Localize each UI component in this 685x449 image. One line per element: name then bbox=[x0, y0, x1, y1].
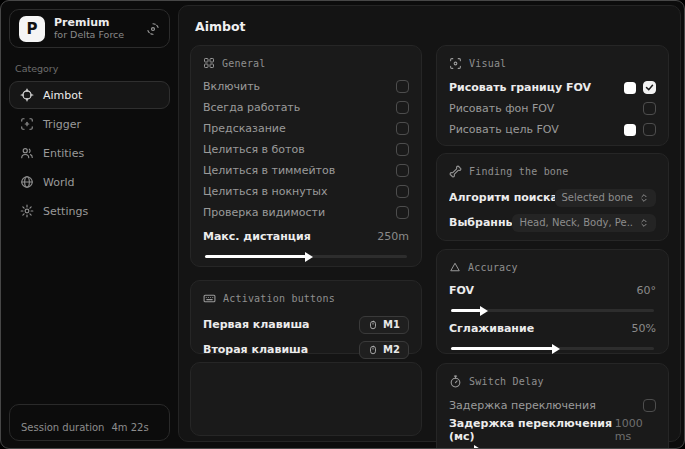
users-icon bbox=[20, 146, 34, 160]
checkbox[interactable] bbox=[396, 101, 409, 114]
setting-label: Включить bbox=[203, 80, 260, 93]
panel-header-label: Activation buttons bbox=[223, 293, 335, 304]
setting-label: Рисовать границу FOV bbox=[449, 81, 591, 94]
setting-row: Целиться в тиммейтов bbox=[203, 160, 409, 181]
general-panel: General Включить Всегда работать Предска… bbox=[190, 45, 422, 267]
setting-label: Целиться в ботов bbox=[203, 143, 305, 156]
sidebar-item-trigger[interactable]: Trigger bbox=[9, 110, 170, 138]
category-label: Category bbox=[15, 63, 164, 74]
bone-algorithm-select[interactable]: Selected bone bbox=[555, 189, 656, 207]
sidebar-item-entities[interactable]: Entities bbox=[9, 139, 170, 167]
chevrons-up-down-icon bbox=[639, 193, 649, 203]
slider-fill[interactable] bbox=[451, 309, 481, 312]
color-swatch[interactable] bbox=[624, 82, 636, 94]
setting-label: Рисовать фон FOV bbox=[449, 102, 554, 115]
activation-panel: Activation buttons Первая клавиша M1 Вто… bbox=[190, 280, 422, 354]
slider-value: 250m bbox=[377, 230, 409, 243]
brand-card: P Premium for Delta Force bbox=[9, 9, 170, 48]
page-title: Aimbot bbox=[195, 19, 664, 34]
sidebar-item-label: Trigger bbox=[43, 118, 81, 131]
checkbox[interactable] bbox=[396, 206, 409, 219]
trigger-icon bbox=[20, 117, 34, 131]
setting-label: Выбранные кос bbox=[449, 216, 512, 229]
sidebar-item-label: World bbox=[43, 176, 75, 189]
keybind-row: Первая клавиша M1 bbox=[203, 312, 409, 337]
slider-label: Сглаживание bbox=[449, 322, 534, 335]
sidebar-item-label: Settings bbox=[43, 205, 88, 218]
slider-track[interactable] bbox=[451, 347, 654, 350]
checkbox[interactable] bbox=[396, 164, 409, 177]
sync-icon[interactable] bbox=[146, 22, 160, 36]
mouse-icon bbox=[368, 320, 378, 330]
checkbox[interactable] bbox=[396, 122, 409, 135]
setting-label: Алгоритм поиска кост bbox=[449, 191, 555, 204]
slider-fill[interactable] bbox=[451, 347, 553, 350]
accuracy-panel: Accuracy FOV 60° Сглаживание bbox=[436, 249, 669, 354]
setting-row: Рисовать цель FOV bbox=[449, 119, 656, 140]
brand-title: Premium bbox=[54, 16, 124, 30]
color-swatch[interactable] bbox=[624, 124, 636, 136]
checkbox[interactable] bbox=[396, 80, 409, 93]
setting-label: Рисовать цель FOV bbox=[449, 123, 559, 136]
mouse-icon bbox=[368, 345, 378, 355]
selected-bones-row: Выбранные кос Head, Neck, Body, Pe.. bbox=[449, 210, 656, 235]
setting-row: Целиться в нокнутых bbox=[203, 181, 409, 202]
main-content: Aimbot General Включить bbox=[178, 5, 681, 442]
triangle-icon bbox=[449, 261, 461, 273]
sidebar-item-settings[interactable]: Settings bbox=[9, 197, 170, 225]
sidebar-item-aimbot[interactable]: Aimbot bbox=[9, 81, 170, 109]
brand-logo: P bbox=[19, 16, 45, 42]
visual-panel: Visual Рисовать границу FOV Рисовать фон… bbox=[436, 45, 669, 146]
bone-icon bbox=[449, 165, 462, 178]
keybind-value: M1 bbox=[383, 319, 400, 330]
setting-label: Целиться в нокнутых bbox=[203, 185, 327, 198]
smoothing-slider: Сглаживание 50% bbox=[449, 318, 656, 350]
session-value: 4m 22s bbox=[111, 422, 148, 433]
switch-delay-panel: Switch Delay Задержка переключения Задер… bbox=[436, 363, 669, 449]
slider-track[interactable] bbox=[205, 255, 407, 258]
selected-bones-select[interactable]: Head, Neck, Body, Pe.. bbox=[512, 214, 656, 232]
setting-label: Предсказание bbox=[203, 122, 286, 135]
eye-icon bbox=[449, 57, 462, 70]
empty-panel bbox=[190, 362, 422, 436]
setting-row: Задержка переключения bbox=[449, 395, 656, 416]
keyboard-icon bbox=[203, 292, 216, 305]
bone-algorithm-row: Алгоритм поиска кост Selected bone bbox=[449, 185, 656, 210]
max-distance-slider: Макс. дистанция 250m bbox=[203, 226, 409, 258]
select-value: Selected bone bbox=[562, 192, 633, 203]
slider-label: FOV bbox=[449, 284, 474, 297]
globe-icon bbox=[20, 175, 34, 189]
slider-fill[interactable] bbox=[205, 255, 306, 258]
setting-row: Всегда работать bbox=[203, 97, 409, 118]
switch-delay-slider: Задержка переключения (мс) 1000 ms bbox=[449, 419, 656, 449]
setting-label: Целиться в тиммейтов bbox=[203, 164, 335, 177]
session-card: Session duration 4m 22s bbox=[9, 404, 170, 441]
setting-label: Всегда работать bbox=[203, 101, 300, 114]
panel-header-label: Accuracy bbox=[468, 262, 518, 273]
fov-slider: FOV 60° bbox=[449, 280, 656, 312]
panel-header-label: Finding the bone bbox=[469, 166, 569, 177]
panel-header-label: General bbox=[222, 58, 266, 69]
slider-label: Задержка переключения (мс) bbox=[449, 417, 615, 443]
crosshair-icon bbox=[20, 88, 34, 102]
sidebar-item-label: Aimbot bbox=[43, 89, 82, 102]
setting-label: Проверка видимости bbox=[203, 206, 325, 219]
sidebar-item-label: Entities bbox=[43, 147, 84, 160]
brand-subtitle: for Delta Force bbox=[54, 29, 124, 41]
slider-track[interactable] bbox=[451, 309, 654, 312]
slider-label: Макс. дистанция bbox=[203, 230, 311, 243]
keybind-button[interactable]: M1 bbox=[359, 316, 409, 334]
sidebar-item-world[interactable]: World bbox=[9, 168, 170, 196]
checkbox[interactable] bbox=[643, 102, 656, 115]
checkbox[interactable] bbox=[396, 143, 409, 156]
checkbox[interactable] bbox=[643, 123, 656, 136]
session-label: Session duration bbox=[21, 422, 104, 433]
checkbox[interactable] bbox=[643, 399, 656, 412]
checkbox[interactable] bbox=[396, 185, 409, 198]
panel-header-label: Switch Delay bbox=[469, 376, 544, 387]
sidebar: P Premium for Delta Force Category Aimbo bbox=[1, 1, 178, 448]
setting-row: Включить bbox=[203, 76, 409, 97]
setting-row: Предсказание bbox=[203, 118, 409, 139]
checkbox[interactable] bbox=[643, 81, 656, 94]
bone-panel: Finding the bone Алгоритм поиска кост Se… bbox=[436, 153, 669, 241]
